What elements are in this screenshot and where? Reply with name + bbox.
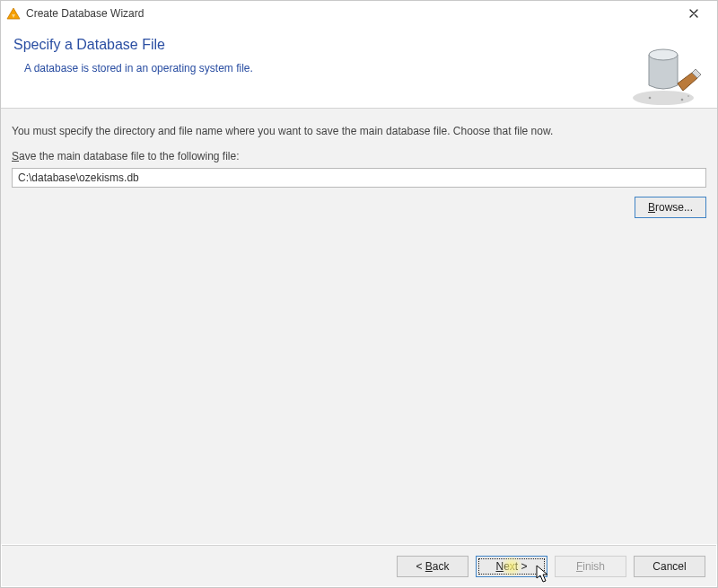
cancel-button[interactable]: Cancel bbox=[634, 556, 705, 577]
next-rest: ext > bbox=[503, 560, 527, 573]
page-heading: Specify a Database File bbox=[13, 37, 705, 53]
browse-button[interactable]: Browse... bbox=[635, 197, 706, 218]
finish-button: Finish bbox=[555, 556, 626, 577]
back-mnemonic: B bbox=[425, 560, 433, 573]
file-path-input[interactable] bbox=[12, 168, 706, 188]
back-rest: ack bbox=[433, 560, 450, 573]
svg-point-3 bbox=[681, 99, 684, 101]
database-artwork-icon bbox=[627, 33, 705, 110]
close-button[interactable] bbox=[676, 4, 712, 23]
wizard-body: You must specify the directory and file … bbox=[1, 109, 717, 544]
finish-rest: inish bbox=[582, 560, 605, 573]
window-title: Create Database Wizard bbox=[26, 7, 676, 20]
svg-point-0 bbox=[633, 91, 694, 105]
page-subtitle: A database is stored in an operating sys… bbox=[24, 62, 705, 75]
next-mnemonic: N bbox=[495, 560, 503, 573]
browse-mnemonic: B bbox=[648, 201, 655, 214]
instruction-text: You must specify the directory and file … bbox=[12, 125, 708, 137]
browse-rest: rowse... bbox=[655, 201, 693, 214]
svg-point-2 bbox=[649, 97, 652, 100]
file-path-label-rest: ave the main database file to the follow… bbox=[19, 150, 239, 162]
browse-row: Browse... bbox=[12, 197, 706, 218]
app-icon bbox=[6, 6, 21, 21]
title-bar: Create Database Wizard bbox=[1, 1, 717, 26]
svg-point-1 bbox=[649, 49, 678, 60]
wizard-header: Specify a Database File A database is st… bbox=[1, 26, 717, 109]
back-prefix: < bbox=[416, 560, 425, 573]
wizard-window: Create Database Wizard Specify a Databas… bbox=[0, 0, 718, 588]
wizard-footer: < Back Next > Finish Cancel bbox=[2, 545, 716, 586]
next-button[interactable]: Next > bbox=[476, 556, 547, 577]
back-button[interactable]: < Back bbox=[397, 556, 468, 577]
file-path-label: Save the main database file to the follo… bbox=[12, 150, 708, 162]
svg-point-4 bbox=[687, 95, 689, 97]
file-path-label-mnemonic: S bbox=[12, 150, 19, 162]
